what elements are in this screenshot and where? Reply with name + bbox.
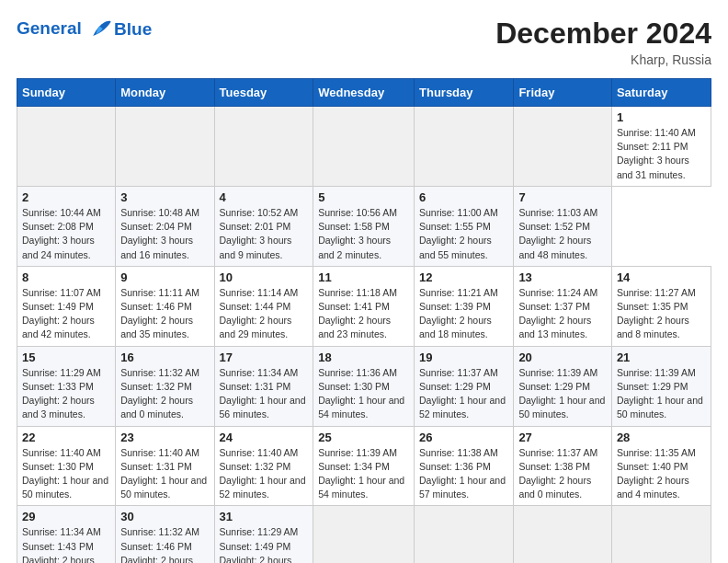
day-info: Sunrise: 11:39 AMSunset: 1:29 PMDaylight… [518,366,607,422]
day-cell-21: 21Sunrise: 11:39 AMSunset: 1:29 PMDaylig… [611,346,711,426]
day-info: Sunrise: 11:32 AMSunset: 1:32 PMDaylight… [120,366,209,422]
weekday-header-wednesday: Wednesday [313,79,415,107]
title-area: December 2024 Kharp, Russia [495,17,711,67]
empty-cell [611,506,711,563]
location: Kharp, Russia [495,52,711,67]
day-cell-22: 22Sunrise: 11:40 AMSunset: 1:30 PMDaylig… [17,426,116,506]
day-info: Sunrise: 11:40 AMSunset: 2:11 PMDaylight… [617,126,706,182]
day-number: 30 [120,510,209,523]
day-info: Sunrise: 11:29 AMSunset: 1:49 PMDaylight… [220,525,309,563]
day-info: Sunrise: 11:36 AMSunset: 1:30 PMDaylight… [318,366,409,422]
day-info: Sunrise: 11:39 AMSunset: 1:34 PMDaylight… [318,446,409,502]
day-info: Sunrise: 10:48 AMSunset: 2:04 PMDaylight… [120,206,209,262]
day-number: 8 [22,270,110,284]
day-cell-4: 4Sunrise: 10:52 AMSunset: 2:01 PMDayligh… [214,186,313,266]
calendar-week-4: 15Sunrise: 11:29 AMSunset: 1:33 PMDaylig… [17,346,711,426]
day-number: 5 [318,190,409,204]
day-cell-20: 20Sunrise: 11:39 AMSunset: 1:29 PMDaylig… [514,346,612,426]
day-info: Sunrise: 11:03 AMSunset: 1:52 PMDaylight… [518,206,607,262]
day-number: 17 [220,350,309,364]
day-info: Sunrise: 10:56 AMSunset: 1:58 PMDaylight… [318,206,409,262]
empty-cell [313,107,415,187]
day-cell-23: 23Sunrise: 11:40 AMSunset: 1:31 PMDaylig… [116,426,214,506]
day-info: Sunrise: 11:24 AMSunset: 1:37 PMDaylight… [518,286,607,342]
empty-cell [313,506,415,563]
weekday-header-saturday: Saturday [611,79,711,107]
day-info: Sunrise: 11:40 AMSunset: 1:32 PMDaylight… [220,446,309,502]
day-info: Sunrise: 11:11 AMSunset: 1:46 PMDaylight… [120,286,209,342]
day-cell-26: 26Sunrise: 11:38 AMSunset: 1:36 PMDaylig… [415,426,514,506]
day-number: 12 [419,270,508,284]
day-number: 19 [419,350,508,364]
weekday-header-tuesday: Tuesday [214,79,313,107]
day-cell-3: 3Sunrise: 10:48 AMSunset: 2:04 PMDayligh… [116,186,214,266]
day-cell-25: 25Sunrise: 11:39 AMSunset: 1:34 PMDaylig… [313,426,415,506]
logo-general: General [17,18,82,38]
day-cell-8: 8Sunrise: 11:07 AMSunset: 1:49 PMDayligh… [17,266,116,346]
day-number: 24 [220,431,309,444]
day-number: 6 [419,190,508,204]
calendar-week-2: 2Sunrise: 10:44 AMSunset: 2:08 PMDayligh… [17,186,711,266]
day-info: Sunrise: 11:34 AMSunset: 1:31 PMDaylight… [220,366,309,422]
day-number: 27 [518,431,607,444]
empty-cell [415,107,514,187]
day-cell-30: 30Sunrise: 11:32 AMSunset: 1:46 PMDaylig… [116,506,214,563]
day-cell-15: 15Sunrise: 11:29 AMSunset: 1:33 PMDaylig… [17,346,116,426]
day-number: 3 [120,190,209,204]
day-cell-17: 17Sunrise: 11:34 AMSunset: 1:31 PMDaylig… [214,346,313,426]
empty-cell [514,506,612,563]
logo: General Blue [17,17,152,42]
day-info: Sunrise: 11:29 AMSunset: 1:33 PMDaylight… [22,366,110,422]
day-cell-7: 7Sunrise: 11:03 AMSunset: 1:52 PMDayligh… [514,186,612,266]
day-number: 23 [120,431,209,444]
day-number: 15 [22,350,110,364]
calendar-week-5: 22Sunrise: 11:40 AMSunset: 1:30 PMDaylig… [17,426,711,506]
day-number: 13 [518,270,607,284]
day-info: Sunrise: 11:07 AMSunset: 1:49 PMDaylight… [22,286,110,342]
calendar-week-6: 29Sunrise: 11:34 AMSunset: 1:43 PMDaylig… [17,506,711,563]
day-cell-14: 14Sunrise: 11:27 AMSunset: 1:35 PMDaylig… [611,266,711,346]
day-cell-27: 27Sunrise: 11:37 AMSunset: 1:38 PMDaylig… [514,426,612,506]
weekday-header-monday: Monday [116,79,214,107]
day-cell-13: 13Sunrise: 11:24 AMSunset: 1:37 PMDaylig… [514,266,612,346]
day-info: Sunrise: 11:35 AMSunset: 1:40 PMDaylight… [617,446,706,502]
day-number: 2 [22,190,110,204]
day-cell-18: 18Sunrise: 11:36 AMSunset: 1:30 PMDaylig… [313,346,415,426]
day-number: 31 [220,510,309,523]
day-number: 9 [120,270,209,284]
day-info: Sunrise: 11:14 AMSunset: 1:44 PMDaylight… [220,286,309,342]
weekday-header-thursday: Thursday [415,79,514,107]
day-number: 7 [518,190,607,204]
day-cell-11: 11Sunrise: 11:18 AMSunset: 1:41 PMDaylig… [313,266,415,346]
weekday-header-row: SundayMondayTuesdayWednesdayThursdayFrid… [17,79,711,107]
page: General Blue December 2024 Kharp, Russia… [0,0,728,563]
day-number: 20 [518,350,607,364]
logo-blue: Blue [114,20,152,40]
day-info: Sunrise: 11:40 AMSunset: 1:30 PMDaylight… [22,446,110,502]
header: General Blue December 2024 Kharp, Russia [17,17,711,67]
day-cell-16: 16Sunrise: 11:32 AMSunset: 1:32 PMDaylig… [116,346,214,426]
day-number: 4 [220,190,309,204]
day-info: Sunrise: 11:00 AMSunset: 1:55 PMDaylight… [419,206,508,262]
calendar-week-1: 1Sunrise: 11:40 AMSunset: 2:11 PMDayligh… [17,107,711,187]
day-number: 10 [220,270,309,284]
day-cell-28: 28Sunrise: 11:35 AMSunset: 1:40 PMDaylig… [611,426,711,506]
day-cell-29: 29Sunrise: 11:34 AMSunset: 1:43 PMDaylig… [17,506,116,563]
day-number: 22 [22,431,110,444]
day-cell-24: 24Sunrise: 11:40 AMSunset: 1:32 PMDaylig… [214,426,313,506]
day-info: Sunrise: 11:34 AMSunset: 1:43 PMDaylight… [22,525,110,563]
day-info: Sunrise: 10:52 AMSunset: 2:01 PMDaylight… [220,206,309,262]
empty-cell [415,506,514,563]
weekday-header-sunday: Sunday [17,79,116,107]
day-cell-5: 5Sunrise: 10:56 AMSunset: 1:58 PMDayligh… [313,186,415,266]
calendar: SundayMondayTuesdayWednesdayThursdayFrid… [17,78,711,563]
logo-bird-icon [88,17,114,42]
day-cell-9: 9Sunrise: 11:11 AMSunset: 1:46 PMDayligh… [116,266,214,346]
day-cell-31: 31Sunrise: 11:29 AMSunset: 1:49 PMDaylig… [214,506,313,563]
day-info: Sunrise: 11:21 AMSunset: 1:39 PMDaylight… [419,286,508,342]
calendar-week-3: 8Sunrise: 11:07 AMSunset: 1:49 PMDayligh… [17,266,711,346]
day-cell-10: 10Sunrise: 11:14 AMSunset: 1:44 PMDaylig… [214,266,313,346]
day-cell-2: 2Sunrise: 10:44 AMSunset: 2:08 PMDayligh… [17,186,116,266]
day-number: 29 [22,510,110,523]
day-cell-6: 6Sunrise: 11:00 AMSunset: 1:55 PMDayligh… [415,186,514,266]
